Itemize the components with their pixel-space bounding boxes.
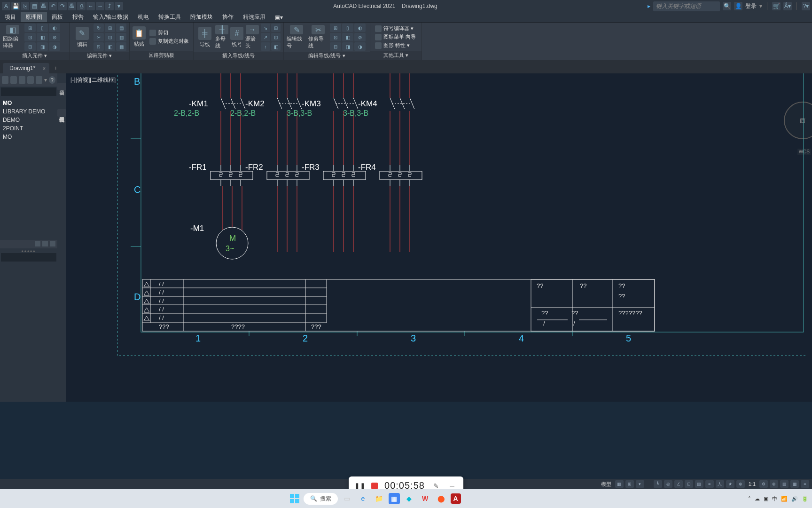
- project-dropdown[interactable]: [1, 87, 56, 96]
- copy-button[interactable]: 复制选定对象: [148, 38, 191, 45]
- grid-btn[interactable]: ↻: [94, 24, 104, 32]
- status-icon[interactable]: ▤: [780, 480, 789, 488]
- print-icon[interactable]: [36, 76, 42, 84]
- panel-label[interactable]: 其他工具 ▾: [370, 51, 422, 60]
- menu-convert[interactable]: 转换工具: [154, 12, 186, 22]
- symbol-compiler-button[interactable]: 符号编译器 ▾: [373, 25, 418, 32]
- help-icon[interactable]: ?: [49, 76, 55, 84]
- trim-wire-button[interactable]: ✂修剪导线: [308, 25, 328, 49]
- nav-icon[interactable]: ⎙: [77, 2, 86, 10]
- grid-btn[interactable]: ⊟: [24, 42, 36, 51]
- f-icon[interactable]: [50, 241, 55, 246]
- undo-icon[interactable]: ↶: [49, 2, 57, 10]
- close-tab-icon[interactable]: ×: [42, 65, 46, 72]
- refresh-icon[interactable]: [2, 76, 8, 84]
- edit-wirenum-button[interactable]: ✎编辑线号: [287, 25, 306, 49]
- grid-btn[interactable]: ⊘: [49, 33, 60, 41]
- login-label[interactable]: 登录: [745, 2, 757, 10]
- f-icon[interactable]: [35, 241, 40, 246]
- panel-label[interactable]: 编辑元件 ▾: [70, 52, 129, 60]
- fwd-icon[interactable]: →: [96, 2, 104, 10]
- multibus-button[interactable]: ╫多母线: [215, 25, 229, 49]
- ratio-label[interactable]: 1:1: [747, 481, 757, 487]
- grid-btn[interactable]: ⊞: [105, 24, 115, 32]
- menu-expand-icon[interactable]: ▣▾: [270, 12, 288, 22]
- grid-btn[interactable]: ◑: [354, 42, 366, 51]
- grid-btn[interactable]: ◧: [342, 33, 353, 41]
- tray-icon[interactable]: ▣: [764, 496, 768, 502]
- arrow-button[interactable]: →源箭头: [245, 25, 259, 49]
- grid-btn[interactable]: ▦: [116, 42, 126, 51]
- tray-chevron-icon[interactable]: ˄: [748, 496, 751, 502]
- status-icon[interactable]: ≡: [801, 480, 809, 488]
- grid-btn[interactable]: ▤: [116, 24, 126, 32]
- menu-mech[interactable]: 机电: [133, 12, 154, 22]
- grid-btn[interactable]: ▥: [116, 33, 126, 41]
- system-tray[interactable]: ˄ ☁ ▣ 中 📶 🔊 🔋: [748, 495, 808, 502]
- list-item[interactable]: MO: [0, 99, 57, 107]
- grid-btn[interactable]: ⊞: [271, 24, 281, 32]
- status-icon[interactable]: ★: [726, 480, 734, 488]
- circuit-compiler-button[interactable]: ◧回路编译器: [3, 25, 23, 49]
- save-icon[interactable]: 💾: [11, 2, 20, 10]
- wire-button[interactable]: ╪导线: [196, 25, 213, 49]
- model-button[interactable]: 模型: [599, 481, 613, 488]
- app-icon[interactable]: ◆: [403, 492, 416, 505]
- recorder-icon[interactable]: ⬤: [435, 492, 448, 505]
- menu-featured[interactable]: 精选应用: [238, 12, 270, 22]
- list-item[interactable]: LIBRARY DEMO: [0, 107, 57, 116]
- status-icon[interactable]: ∠: [674, 480, 683, 488]
- status-icon[interactable]: ┗: [654, 480, 662, 488]
- wirenum-button[interactable]: #线号: [230, 25, 243, 49]
- status-icon[interactable]: ▦: [790, 480, 799, 488]
- vtab-project[interactable]: 项目: [57, 83, 66, 90]
- app-icon[interactable]: ▦: [389, 493, 400, 504]
- grid-btn[interactable]: ⊞: [24, 24, 36, 32]
- wps-icon[interactable]: W: [419, 492, 432, 505]
- battery-icon[interactable]: 🔋: [802, 496, 808, 502]
- autocad-icon[interactable]: A: [451, 493, 461, 504]
- grid-btn[interactable]: ↗: [261, 33, 270, 41]
- paste-button[interactable]: 📋粘贴: [133, 25, 146, 49]
- plot-icon[interactable]: 🖶: [68, 2, 76, 10]
- snap-icon[interactable]: ⊞: [625, 480, 634, 488]
- add-tab-button[interactable]: +: [49, 63, 62, 73]
- back-icon[interactable]: ←: [86, 2, 95, 10]
- status-icon[interactable]: ▾: [636, 480, 644, 488]
- panel-label[interactable]: 编辑导线/线号 ▾: [284, 52, 370, 60]
- grid-btn[interactable]: ◨: [37, 42, 48, 51]
- details-dropdown[interactable]: [1, 253, 56, 262]
- list-item[interactable]: 2POINT: [0, 124, 57, 133]
- saveall-icon[interactable]: ⎘: [21, 2, 29, 10]
- help-icon[interactable]: ?▾: [802, 2, 810, 10]
- taskview-icon[interactable]: ▭: [341, 492, 354, 505]
- grid-btn[interactable]: ◐: [49, 24, 60, 32]
- grid-btn[interactable]: ⊞: [330, 24, 341, 32]
- drawing-props-button[interactable]: 图形 特性 ▾: [373, 42, 418, 49]
- new-icon[interactable]: [10, 76, 17, 84]
- status-icon[interactable]: ▤: [695, 480, 703, 488]
- status-icon[interactable]: ⊕: [736, 480, 745, 488]
- stop-button[interactable]: [371, 483, 378, 489]
- grid-btn[interactable]: ✂: [94, 33, 104, 41]
- open-icon[interactable]: ▤: [30, 2, 39, 10]
- grid-btn[interactable]: ⊘: [354, 33, 366, 41]
- menu-report[interactable]: 报告: [68, 12, 88, 22]
- list-item[interactable]: MO: [0, 133, 57, 141]
- file-tab[interactable]: Drawing1*×: [3, 63, 49, 73]
- menu-io[interactable]: 输入/输出数据: [88, 12, 133, 22]
- edge-icon[interactable]: e: [357, 492, 370, 505]
- status-icon[interactable]: ≡: [705, 480, 714, 488]
- grid-btn[interactable]: ▯: [342, 24, 353, 32]
- status-icon[interactable]: ⚙: [759, 480, 768, 488]
- search-icon[interactable]: 🔍: [723, 2, 731, 10]
- grid-btn[interactable]: ▯: [37, 24, 48, 32]
- taskbar-search[interactable]: 🔍 搜索: [304, 493, 338, 505]
- menu-panel[interactable]: 面板: [47, 12, 68, 22]
- status-icon[interactable]: ◎: [664, 480, 672, 488]
- grid-btn[interactable]: ◧: [105, 42, 115, 51]
- menu-addon[interactable]: 附加模块: [186, 12, 218, 22]
- grid-btn[interactable]: ⊡: [330, 33, 341, 41]
- onedrive-icon[interactable]: ☁: [755, 496, 760, 502]
- menu-project[interactable]: 项目: [0, 12, 21, 22]
